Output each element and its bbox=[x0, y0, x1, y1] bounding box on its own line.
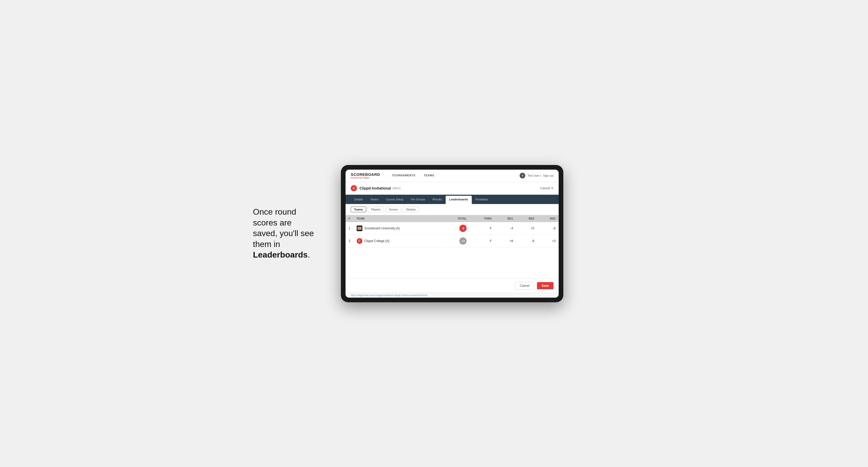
filter-scores[interactable]: Scores bbox=[385, 207, 401, 212]
row1-rd2: +5 bbox=[516, 222, 537, 235]
desc-period: . bbox=[308, 250, 310, 259]
row2-rd2: -8 bbox=[516, 235, 537, 247]
tab-leaderboards[interactable]: Leaderboards bbox=[446, 196, 472, 204]
cancel-button-footer[interactable]: Cancel bbox=[515, 282, 534, 290]
desc-line2: scores are bbox=[253, 218, 291, 227]
row1-total-badge: -5 bbox=[459, 225, 467, 232]
col-thru: THRU bbox=[470, 215, 495, 222]
tab-teams[interactable]: Teams bbox=[367, 195, 382, 204]
sub-navigation: Details Teams Course Setup Tee Groups Re… bbox=[345, 195, 559, 204]
row1-total: -5 bbox=[442, 222, 470, 235]
left-description: Once round scores are saved, you'll see … bbox=[253, 207, 326, 260]
tab-printables[interactable]: Printables bbox=[472, 195, 492, 204]
user-avatar: S bbox=[520, 173, 525, 179]
row2-total: +3 bbox=[442, 235, 470, 247]
page-footer: Cancel Save bbox=[345, 279, 559, 293]
close-icon: ✕ bbox=[551, 186, 554, 190]
sb-logo-inner bbox=[358, 227, 362, 230]
cancel-label: Cancel bbox=[540, 186, 550, 190]
table-header-row: # TEAM TOTAL THRU RD1 RD2 RD3 bbox=[345, 215, 559, 222]
leaderboard-table-container: # TEAM TOTAL THRU RD1 RD2 RD3 1 bbox=[345, 215, 559, 247]
desc-line1: Once round bbox=[253, 207, 296, 216]
row1-rank: 1 bbox=[345, 222, 353, 235]
top-navigation: SCOREBOARD Powered by clippd TOURNAMENTS… bbox=[345, 169, 559, 182]
tournament-title: Clippd Invitational bbox=[360, 186, 391, 190]
nav-tournaments[interactable]: TOURNAMENTS bbox=[388, 170, 420, 181]
col-rd1: RD1 bbox=[495, 215, 516, 222]
nav-right: S Test User | Sign out bbox=[520, 173, 554, 179]
row1-team: Scoreboard University [A] bbox=[353, 222, 442, 235]
row1-team-name: Scoreboard University [A] bbox=[365, 226, 400, 230]
cancel-button-header[interactable]: Cancel ✕ bbox=[540, 186, 554, 190]
row1-rd1: -4 bbox=[495, 222, 516, 235]
row1-team-logo bbox=[356, 225, 362, 231]
tablet-screen: SCOREBOARD Powered by clippd TOURNAMENTS… bbox=[345, 169, 559, 298]
row2-rd1: +8 bbox=[495, 235, 516, 247]
tablet-device: SCOREBOARD Powered by clippd TOURNAMENTS… bbox=[341, 165, 563, 302]
tournament-header: C Clippd Invitational (Men) Cancel ✕ bbox=[345, 182, 559, 195]
row2-team-cell: C Clippd College [A] bbox=[356, 238, 439, 244]
desc-line4: them in bbox=[253, 240, 280, 249]
row1-thru: F bbox=[470, 222, 495, 235]
row2-team-logo: C bbox=[356, 238, 362, 244]
filter-teams[interactable]: Teams bbox=[351, 207, 366, 212]
table-row: 1 Scoreboard University [A] bbox=[345, 222, 559, 235]
row2-rank: 2 bbox=[345, 235, 353, 247]
row2-team-name: Clippd College [A] bbox=[365, 239, 389, 243]
desc-line3: saved, you'll see bbox=[253, 228, 314, 238]
user-name: Test User | bbox=[527, 174, 541, 177]
tab-tee-groups[interactable]: Tee Groups bbox=[407, 195, 429, 204]
col-team: TEAM bbox=[353, 215, 442, 222]
row2-team: C Clippd College [A] bbox=[353, 235, 442, 247]
filter-bar: Teams Players Scores Strokes bbox=[345, 204, 559, 215]
url-bar: https://stage-blue-coach.stagescoreboard… bbox=[345, 293, 559, 298]
row2-total-badge: +3 bbox=[459, 238, 467, 245]
row2-rd3: +3 bbox=[537, 235, 559, 247]
tab-results[interactable]: Results bbox=[429, 195, 446, 204]
filter-strokes[interactable]: Strokes bbox=[403, 207, 419, 212]
nav-teams[interactable]: TEAMS bbox=[420, 170, 438, 181]
clippd-brand: clippd bbox=[363, 177, 369, 179]
row2-thru: F bbox=[470, 235, 495, 247]
col-rank: # bbox=[345, 215, 353, 222]
col-rd3: RD3 bbox=[537, 215, 559, 222]
table-row: 2 C Clippd College [A] +3 F bbox=[345, 235, 559, 247]
leaderboard-table: # TEAM TOTAL THRU RD1 RD2 RD3 1 bbox=[345, 215, 559, 247]
col-total: TOTAL bbox=[442, 215, 470, 222]
tournament-icon: C bbox=[351, 185, 357, 191]
logo-powered: Powered by clippd bbox=[351, 177, 380, 179]
desc-line5-bold: Leaderboards bbox=[253, 250, 308, 259]
logo-area: SCOREBOARD Powered by clippd bbox=[351, 172, 380, 179]
tab-details[interactable]: Details bbox=[351, 195, 367, 204]
tournament-subtitle: (Men) bbox=[392, 186, 400, 190]
page-wrapper: Once round scores are saved, you'll see … bbox=[253, 165, 615, 302]
logo-text: SCOREBOARD bbox=[351, 172, 380, 177]
tab-course-setup[interactable]: Course Setup bbox=[382, 195, 407, 204]
save-button[interactable]: Save bbox=[537, 282, 554, 289]
row1-rd3: -6 bbox=[537, 222, 559, 235]
filter-players[interactable]: Players bbox=[368, 207, 384, 212]
row1-team-cell: Scoreboard University [A] bbox=[356, 225, 439, 231]
powered-by-text: Powered by bbox=[351, 177, 363, 179]
col-rd2: RD2 bbox=[516, 215, 537, 222]
sign-out-link[interactable]: Sign out bbox=[543, 174, 554, 177]
nav-links: TOURNAMENTS TEAMS bbox=[388, 170, 520, 181]
